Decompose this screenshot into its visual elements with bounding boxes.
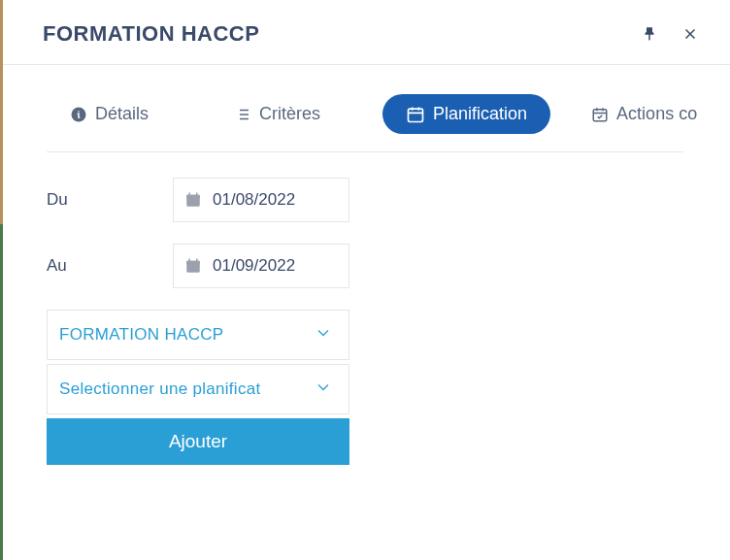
label-du: Du	[47, 190, 173, 210]
tab-criteres[interactable]: Critères	[211, 94, 344, 134]
svg-rect-1	[409, 109, 423, 121]
row-au: Au 01/09/2022	[47, 244, 683, 288]
tabs-bar: Détails Critères Planification	[47, 65, 683, 152]
modal-header: FORMATION HACCP	[0, 0, 730, 65]
row-du: Du 01/08/2022	[47, 178, 683, 222]
tab-planification[interactable]: Planification	[382, 94, 550, 134]
select-planification[interactable]: Selectionner une planificat	[47, 364, 349, 414]
form-area: Du 01/08/2022 Au	[0, 152, 730, 490]
add-button[interactable]: Ajouter	[47, 418, 349, 465]
header-actions	[641, 25, 699, 43]
svg-rect-4	[186, 195, 200, 199]
select-planification-placeholder: Selectionner une planificat	[59, 379, 261, 399]
calendar-clock-icon	[406, 105, 425, 124]
modal-title: FORMATION HACCP	[43, 21, 259, 47]
calendar-check-icon	[591, 106, 609, 123]
left-edge-decoration	[0, 0, 3, 560]
tab-details[interactable]: Détails	[47, 94, 172, 134]
calendar-icon	[174, 179, 213, 221]
pin-icon[interactable]	[641, 25, 658, 43]
label-au: Au	[47, 256, 173, 276]
select-formation-value: FORMATION HACCP	[59, 325, 223, 345]
select-formation[interactable]: FORMATION HACCP	[47, 310, 349, 360]
modal-container: FORMATION HACCP	[0, 0, 730, 560]
date-au-value: 01/09/2022	[213, 256, 295, 276]
tabs-wrapper: Détails Critères Planification	[0, 65, 730, 152]
date-input-au[interactable]: 01/09/2022	[173, 244, 349, 288]
tab-actions[interactable]: Actions co	[568, 94, 697, 134]
tab-actions-label: Actions co	[616, 104, 697, 124]
close-icon[interactable]	[681, 25, 699, 43]
svg-rect-2	[593, 109, 607, 120]
tab-criteres-label: Critères	[259, 104, 320, 124]
tab-details-label: Détails	[95, 104, 149, 124]
info-icon	[70, 106, 87, 123]
svg-rect-6	[186, 261, 200, 265]
selects-area: FORMATION HACCP Selectionner une planifi…	[47, 310, 683, 465]
date-input-du[interactable]: 01/08/2022	[173, 178, 349, 222]
date-du-value: 01/08/2022	[213, 190, 295, 210]
chevron-down-icon	[314, 378, 333, 401]
list-icon	[234, 106, 251, 123]
calendar-icon	[174, 245, 213, 287]
add-button-label: Ajouter	[169, 431, 227, 452]
tab-planification-label: Planification	[433, 104, 527, 124]
chevron-down-icon	[314, 323, 333, 346]
